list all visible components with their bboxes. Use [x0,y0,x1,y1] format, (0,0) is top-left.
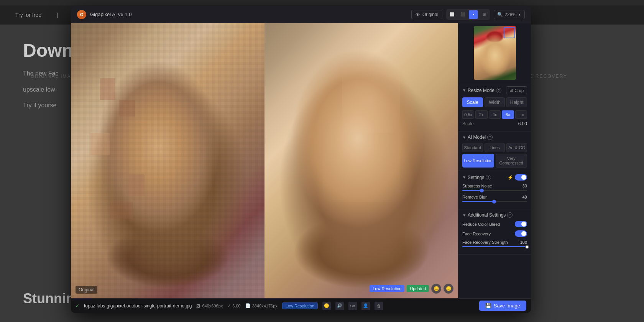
scale-buttons: 0.5x 2x 4x 6x ...x [462,110,527,119]
settings-label: Settings [468,175,484,180]
pixel-block-3 [90,133,110,155]
image-original-label: Original [76,286,97,294]
pixel-block-2 [119,100,135,117]
ai-model-help-icon[interactable]: ? [487,135,493,140]
face-recovery-strength-fill [462,246,527,247]
status-icon-btn-cb[interactable]: CB [348,302,357,310]
emoji-sad-btn[interactable]: 😞 [444,284,453,294]
tab-scale[interactable]: Scale [462,97,483,107]
status-output-size-value: 3840x4176px [252,304,278,308]
model-tab-artcg[interactable]: Art & CG [506,143,527,152]
chevron-icon-4: ▼ [462,213,466,217]
ai-model-section: ▼ AI Model ? Standard Lines Art & CG Low… [458,131,531,171]
status-icon-btn-trash[interactable]: 🗑 [375,302,383,310]
resize-mode-title-row: ▼ Resize Mode ? [462,88,501,93]
thumbnail-image[interactable] [474,26,516,80]
status-check-icon: ✓ [76,303,79,309]
scale-btn-0.5x[interactable]: 0.5x [462,110,474,119]
ai-model-label: AI Model [468,135,486,140]
view-toggle-group: ⬜ ⬛ ▪ ⊞ [446,9,490,20]
face-recovery-row: Face Recovery [462,230,527,237]
reduce-color-bleed-row: Reduce Color Bleed [462,221,527,227]
pixel-grid [71,23,264,298]
zoom-icon: 🔍 [497,12,503,17]
settings-title-row: ▼ Settings ? [462,175,491,180]
thumbnail-section [458,23,531,83]
view-toggle-grid[interactable]: ⊞ [480,10,489,19]
save-image-button[interactable]: 💾 Save Image [479,301,526,311]
resize-mode-help-icon[interactable]: ? [496,88,501,93]
output-size-icon: 📄 [245,303,251,308]
model-tabs-row2: Low Resolution Very Compressed [462,154,527,168]
remove-blur-fill [462,201,494,202]
model-tab-low-resolution[interactable]: Low Resolution [462,154,494,168]
highlight-2 [323,119,400,202]
scale-btn-6x[interactable]: 6x [502,110,514,119]
suppress-noise-slider[interactable] [462,190,527,191]
zoom-display[interactable]: 🔍 228% ▼ [494,10,525,19]
status-model-badge: Low Resolution [282,302,318,309]
crop-label: Crop [514,88,524,93]
scale-btn-2x[interactable]: 2x [475,110,487,119]
additional-settings-help-icon[interactable]: ? [507,212,513,218]
view-toggle-split-h[interactable]: ▪ [469,10,478,19]
face-left-overlay [71,23,264,298]
face-recovery-label: Face Recovery [462,232,491,236]
tab-width[interactable]: Width [485,97,505,107]
scale-btn-custom[interactable]: ...x [515,110,527,119]
face-recovery-strength-label-row: Face Recovery Strength 100 [462,240,527,245]
badge-low-resolution: Low Resolution [370,285,404,292]
view-toggle-split-v[interactable]: ⬛ [458,10,467,19]
crop-button[interactable]: ⊞ Crop [506,86,527,94]
pixel-block-4 [129,174,145,196]
eye-icon: 👁 [416,12,420,17]
face-recovery-strength-thumb[interactable] [525,245,529,249]
face-recovery-strength-row: Face Recovery Strength 100 [462,240,527,247]
scale-btn-4x[interactable]: 4x [489,110,501,119]
settings-section: ▼ Settings ? ⚡ Suppress Noise 30 [458,171,531,209]
suppress-noise-thumb[interactable] [480,189,484,192]
suppress-noise-row: Suppress Noise 30 [462,184,527,191]
remove-blur-slider[interactable] [462,201,527,202]
model-tab-very-compressed[interactable]: Very Compressed [496,154,527,168]
suppress-noise-fill [462,190,482,191]
additional-settings-section: ▼ Additional Settings ? Reduce Color Ble… [458,209,531,255]
badge-updated: Updated [407,285,429,292]
settings-help-icon[interactable]: ? [486,175,491,180]
face-recovery-strength-label: Face Recovery Strength [462,240,508,245]
status-scale-value: 6.00 [232,304,240,308]
face-recovery-toggle[interactable] [515,230,527,237]
remove-blur-label: Remove Blur [462,195,487,199]
reduce-color-bleed-toggle[interactable] [515,221,527,227]
status-icon-btn-user[interactable]: 👤 [361,302,370,310]
pixel-block-1 [100,78,115,100]
face-recovery-strength-value: 100 [520,240,527,245]
resize-mode-section: ▼ Resize Mode ? ⊞ Crop Scale Width Heigh… [458,83,531,131]
chevron-down-icon: ▼ [518,13,521,16]
status-output-size: 📄 3840x4176px [245,303,278,308]
settings-header: ▼ Settings ? ⚡ [462,174,527,181]
status-filename: topaz-labs-gigapixel-outdoor-single-port… [84,303,192,309]
save-icon: 💾 [485,303,491,309]
settings-toggle[interactable] [515,174,527,181]
view-toggle-single[interactable]: ⬜ [447,10,457,19]
status-icon-btn-2[interactable]: 🔊 [335,302,344,310]
emoji-happy-btn[interactable]: 😊 [431,284,441,294]
face-recovery-strength-slider[interactable] [462,246,527,247]
image-original: Original [71,23,264,298]
svg-rect-0 [71,23,264,298]
view-original-button[interactable]: 👁 Original [411,10,442,19]
remove-blur-thumb[interactable] [492,200,496,204]
remove-blur-value: 49 [522,195,527,199]
reduce-color-bleed-label: Reduce Color Bleed [462,222,500,227]
canvas-area[interactable]: Original Low Resolution Updated 😊 😞 [71,23,458,298]
model-tab-standard[interactable]: Standard [462,143,483,152]
additional-settings-label: Additional Settings [468,212,506,218]
image-comparison: Original Low Resolution Updated 😊 😞 [71,23,458,298]
model-tab-lines[interactable]: Lines [485,143,505,152]
image-badges: Low Resolution Updated 😊 😞 [370,284,453,294]
view-original-label: Original [422,12,438,17]
bg-try-button[interactable]: Try for free [15,12,41,18]
status-icon-btn-1[interactable]: 🟡 [322,302,331,310]
tab-height[interactable]: Height [506,97,527,107]
